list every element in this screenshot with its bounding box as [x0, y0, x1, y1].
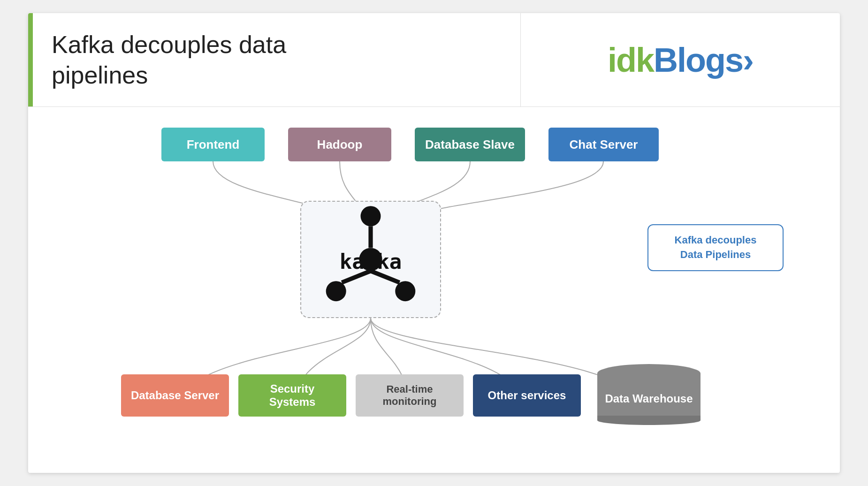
header-accent: [28, 13, 33, 106]
svg-point-6: [359, 248, 382, 271]
source-chat: Chat Server: [548, 128, 659, 161]
source-dbslave: Database Slave: [415, 128, 525, 161]
sink-other: Other services: [473, 374, 581, 417]
logo-idk: idk: [608, 41, 654, 79]
slide-container: Kafka decouples data pipelines idkBlogs›: [28, 13, 840, 473]
source-frontend: Frontend: [161, 128, 265, 161]
logo-arrow: ›: [743, 41, 753, 79]
header-logo: idkBlogs›: [521, 13, 840, 106]
cylinder-label: Data Warehouse: [605, 392, 693, 405]
svg-point-7: [360, 206, 381, 226]
page-title: Kafka decouples data pipelines: [52, 30, 286, 91]
kafka-note-box: Kafka decouples Data Pipelines: [647, 224, 784, 271]
diagram-area: Frontend Hadoop Database Slave Chat Serv…: [28, 107, 840, 473]
svg-line-12: [371, 271, 400, 283]
kafka-node: kafka: [300, 201, 441, 318]
header-title-area: Kafka decouples data pipelines: [33, 13, 521, 106]
kafka-note-text: Kafka decouples Data Pipelines: [675, 233, 757, 262]
sink-security: Security Systems: [238, 374, 346, 417]
sink-dbserver: Database Server: [121, 374, 229, 417]
svg-line-11: [342, 271, 371, 283]
source-hadoop: Hadoop: [288, 128, 391, 161]
header: Kafka decouples data pipelines idkBlogs›: [28, 13, 840, 107]
cylinder-bottom: [597, 416, 700, 425]
logo-blogs: Blogs: [654, 41, 743, 79]
sink-warehouse: Data Warehouse: [590, 364, 708, 405]
sink-realtime: Real-time monitoring: [356, 374, 464, 417]
